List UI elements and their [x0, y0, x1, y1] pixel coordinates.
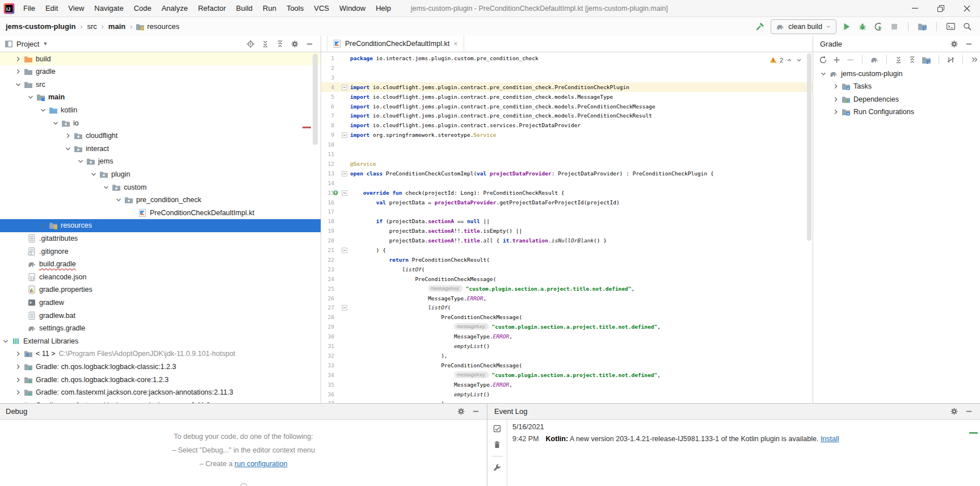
- tree-row-tasks[interactable]: Tasks: [813, 80, 980, 93]
- chevron-down-icon[interactable]: [0, 337, 11, 345]
- code-line-13[interactable]: open class PreConditionCheckCustomImpl(v…: [350, 169, 714, 179]
- tree-row-cloudflight[interactable]: cloudflight: [0, 129, 321, 143]
- run-configuration-link[interactable]: run configuration: [234, 460, 287, 468]
- hide-icon[interactable]: [965, 407, 973, 416]
- chevron-down-icon[interactable]: [818, 70, 829, 78]
- hide-icon[interactable]: [472, 407, 480, 416]
- fold-marker-icon[interactable]: [342, 248, 347, 254]
- code-line-31[interactable]: emptyList(): [350, 342, 490, 351]
- project-scrollbar[interactable]: [313, 54, 318, 145]
- chevron-right-icon[interactable]: [830, 82, 842, 90]
- settings-gear-icon[interactable]: [291, 40, 299, 48]
- tree-row-jems[interactable]: jems: [0, 155, 321, 168]
- tree-row-pre-condition-check[interactable]: pre_condition_check: [0, 194, 321, 207]
- settings-gear-icon[interactable]: [950, 40, 958, 48]
- tree-row-custom[interactable]: custom: [0, 181, 321, 194]
- menu-run[interactable]: Run: [258, 0, 281, 16]
- expand-all-icon[interactable]: [261, 40, 270, 48]
- tree-row-interact[interactable]: interact: [0, 142, 321, 155]
- skip-tests-icon[interactable]: [947, 56, 955, 64]
- code-line-30[interactable]: MessageType.ERROR,: [350, 332, 512, 342]
- code-line-29[interactable]: messageKey:"custom.plugin.section.a.proj…: [350, 322, 661, 332]
- menu-help[interactable]: Help: [371, 0, 396, 16]
- search-icon[interactable]: [962, 22, 972, 31]
- debug-icon[interactable]: [858, 22, 867, 31]
- chevron-right-icon[interactable]: [830, 108, 842, 116]
- code-line-12[interactable]: @Service: [350, 160, 376, 169]
- gradle-elephant-icon[interactable]: [870, 55, 879, 64]
- code-line-7[interactable]: import io.cloudflight.jems.plugin.contra…: [350, 111, 652, 121]
- hide-icon[interactable]: [965, 40, 973, 48]
- tree-row-jems-custom-plugin[interactable]: jems-custom-plugin: [813, 67, 980, 80]
- next-issue-icon[interactable]: [796, 57, 802, 64]
- menu-tools[interactable]: Tools: [281, 0, 309, 16]
- code-line-24[interactable]: PreConditionCheckMessage(: [350, 275, 496, 284]
- tree-row-cleancode-json[interactable]: {}cleancode.json: [0, 270, 321, 283]
- tree-row-run-configurations[interactable]: Run Configurations: [813, 106, 980, 119]
- menu-code[interactable]: Code: [129, 0, 157, 16]
- maximize-button[interactable]: [928, 0, 954, 16]
- close-button[interactable]: [954, 0, 980, 16]
- menu-navigate[interactable]: Navigate: [89, 0, 128, 16]
- fold-marker-icon[interactable]: [342, 305, 347, 312]
- code-line-19[interactable]: projectData.sectionA!!.title.isEmpty() |…: [350, 227, 522, 236]
- breadcrumb-main[interactable]: main: [107, 22, 127, 31]
- code-line-23[interactable]: listOf(: [350, 265, 425, 275]
- code-line-32[interactable]: ),: [350, 351, 448, 361]
- clear-all-icon[interactable]: [493, 440, 502, 449]
- add-icon[interactable]: [832, 56, 841, 64]
- chevron-down-icon[interactable]: [12, 81, 24, 89]
- tree-row--gitattributes[interactable]: .gitattributes: [0, 232, 321, 245]
- remove-icon[interactable]: [846, 56, 855, 64]
- tree-row-gradle-properties[interactable]: gradle.properties: [0, 283, 321, 296]
- chevron-down-icon[interactable]: [100, 183, 112, 191]
- chevron-down-icon[interactable]: ▼: [43, 41, 48, 47]
- tree-row-preconditioncheckdefaultimpl-kt[interactable]: PreConditionCheckDefaultImpl.kt: [0, 206, 321, 219]
- code-line-21[interactable]: ) {: [350, 246, 386, 255]
- tree-row-resources[interactable]: resources: [0, 219, 321, 232]
- breadcrumb-resources[interactable]: resources: [146, 22, 180, 31]
- project-structure-icon[interactable]: [918, 22, 927, 31]
- fold-marker-icon[interactable]: [342, 85, 347, 91]
- code-line-37[interactable]: ): [350, 399, 444, 403]
- chevron-right-icon[interactable]: [12, 388, 24, 396]
- code-line-35[interactable]: MessageType.ERROR,: [350, 380, 512, 390]
- menu-analyze[interactable]: Analyze: [157, 0, 193, 16]
- menu-vcs[interactable]: VCS: [309, 0, 334, 16]
- breadcrumb-src[interactable]: src: [86, 22, 98, 31]
- tab-preconditioncheckdefaultimpl[interactable]: PreConditionCheckDefaultImpl.kt: [327, 36, 464, 52]
- wrench-icon[interactable]: [493, 463, 502, 472]
- menu-edit[interactable]: Edit: [40, 0, 63, 16]
- minimize-button[interactable]: [902, 0, 928, 16]
- menu-build[interactable]: Build: [231, 0, 258, 16]
- run-configuration-combo[interactable]: clean build: [771, 19, 836, 34]
- chevron-down-icon[interactable]: [50, 119, 61, 127]
- menu-view[interactable]: View: [63, 0, 89, 16]
- chevron-right-icon[interactable]: [12, 68, 24, 76]
- fold-marker-icon[interactable]: [342, 132, 347, 139]
- code-line-6[interactable]: import io.cloudflight.jems.plugin.contra…: [350, 102, 655, 112]
- fold-marker-icon[interactable]: [342, 190, 347, 197]
- chevron-right-icon[interactable]: [12, 55, 24, 63]
- code-line-26[interactable]: MessageType.ERROR,: [350, 294, 486, 304]
- code-line-28[interactable]: PreConditionCheckMessage(: [350, 313, 522, 322]
- tree-row-main[interactable]: main: [0, 91, 321, 104]
- close-tab-icon[interactable]: [453, 41, 459, 47]
- chevron-right-icon[interactable]: [12, 350, 24, 358]
- install-link[interactable]: Install: [821, 435, 839, 443]
- tree-row-io[interactable]: io: [0, 116, 321, 129]
- inspections-widget[interactable]: 2: [769, 56, 802, 64]
- tree-row-gradlew-bat[interactable]: gradlew.bat: [0, 309, 321, 322]
- tree-row-build-gradle[interactable]: build.gradle: [0, 258, 321, 271]
- tree-row-gradle-com-fasterxml-jackson-core-jackson-annotations-2-11-3[interactable]: Gradle: com.fasterxml.jackson.core:jacks…: [0, 386, 321, 399]
- menu-refactor[interactable]: Refactor: [193, 0, 231, 16]
- code-line-4[interactable]: import io.cloudflight.jems.plugin.contra…: [350, 83, 629, 93]
- chevron-right-icon[interactable]: [12, 363, 24, 371]
- chevron-down-icon[interactable]: [62, 145, 74, 153]
- menu-window[interactable]: Window: [334, 0, 371, 16]
- tree-row-gradle-ch-qos-logback-logback-core-1-2-3[interactable]: Gradle: ch.qos.logback:logback-core:1.2.…: [0, 373, 321, 386]
- refresh-icon[interactable]: [819, 56, 827, 64]
- tree-row-src[interactable]: src: [0, 78, 321, 91]
- tree-row-settings-gradle[interactable]: settings.gradle: [0, 322, 321, 335]
- chevron-down-icon[interactable]: [113, 196, 124, 204]
